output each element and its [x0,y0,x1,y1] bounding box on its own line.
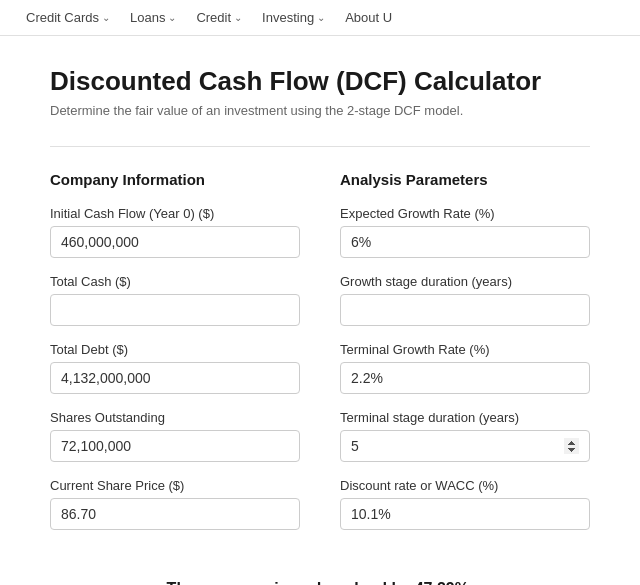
chevron-down-icon: ⌄ [168,12,176,23]
company-info-section: Company Information Initial Cash Flow (Y… [50,171,300,546]
navbar: Credit Cards ⌄ Loans ⌄ Credit ⌄ Investin… [0,0,640,36]
form-grid: Company Information Initial Cash Flow (Y… [50,171,590,546]
label-wacc: Discount rate or WACC (%) [340,478,590,493]
analysis-params-header: Analysis Parameters [340,171,590,188]
input-wacc[interactable] [340,498,590,530]
label-growth-duration: Growth stage duration (years) [340,274,590,289]
nav-item-credit-cards[interactable]: Credit Cards ⌄ [16,0,120,36]
field-group-share-price: Current Share Price ($) [50,478,300,530]
input-total-cash[interactable] [50,294,300,326]
field-group-initial-cash-flow: Initial Cash Flow (Year 0) ($) [50,206,300,258]
field-group-growth-rate: Expected Growth Rate (%) [340,206,590,258]
analysis-params-section: Analysis Parameters Expected Growth Rate… [340,171,590,546]
section-divider [50,146,590,147]
field-group-wacc: Discount rate or WACC (%) [340,478,590,530]
nav-label-credit-cards: Credit Cards [26,10,99,25]
label-total-cash: Total Cash ($) [50,274,300,289]
field-group-shares-outstanding: Shares Outstanding [50,410,300,462]
nav-item-loans[interactable]: Loans ⌄ [120,0,186,36]
page-subtitle: Determine the fair value of an investmen… [50,103,590,118]
nav-label-about: About U [345,10,392,25]
result-headline: The company is undervalued by 47.29%. [50,580,590,585]
company-info-header: Company Information [50,171,300,188]
results-section: The company is undervalued by 47.29%. In… [50,570,590,585]
chevron-down-icon: ⌄ [234,12,242,23]
field-group-total-debt: Total Debt ($) [50,342,300,394]
input-initial-cash-flow[interactable] [50,226,300,258]
input-growth-rate[interactable] [340,226,590,258]
chevron-down-icon: ⌄ [317,12,325,23]
label-growth-rate: Expected Growth Rate (%) [340,206,590,221]
input-share-price[interactable] [50,498,300,530]
input-shares-outstanding[interactable] [50,430,300,462]
nav-item-investing[interactable]: Investing ⌄ [252,0,335,36]
chevron-down-icon: ⌄ [102,12,110,23]
main-content: Discounted Cash Flow (DCF) Calculator De… [0,36,640,585]
input-terminal-duration[interactable] [340,430,590,462]
input-terminal-growth[interactable] [340,362,590,394]
label-share-price: Current Share Price ($) [50,478,300,493]
field-group-total-cash: Total Cash ($) [50,274,300,326]
nav-item-about[interactable]: About U [335,0,402,36]
label-shares-outstanding: Shares Outstanding [50,410,300,425]
field-group-growth-duration: Growth stage duration (years) [340,274,590,326]
field-group-terminal-duration: Terminal stage duration (years) [340,410,590,462]
field-group-terminal-growth: Terminal Growth Rate (%) [340,342,590,394]
label-initial-cash-flow: Initial Cash Flow (Year 0) ($) [50,206,300,221]
page-title: Discounted Cash Flow (DCF) Calculator [50,66,590,97]
nav-label-loans: Loans [130,10,165,25]
label-terminal-growth: Terminal Growth Rate (%) [340,342,590,357]
nav-item-credit[interactable]: Credit ⌄ [186,0,252,36]
nav-label-investing: Investing [262,10,314,25]
label-terminal-duration: Terminal stage duration (years) [340,410,590,425]
label-total-debt: Total Debt ($) [50,342,300,357]
nav-label-credit: Credit [196,10,231,25]
input-total-debt[interactable] [50,362,300,394]
input-growth-duration[interactable] [340,294,590,326]
